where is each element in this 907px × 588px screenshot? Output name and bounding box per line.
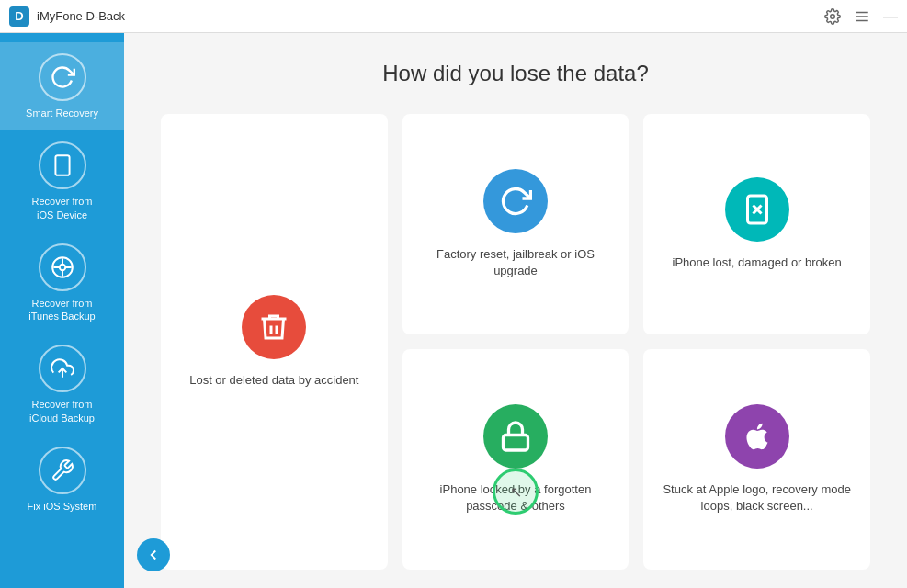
page-title: How did you lose the data? [161,61,870,86]
cursor-indicator: ↖ [493,469,539,514]
minimize-icon[interactable]: — [883,8,898,25]
card-iphone-lost[interactable]: iPhone lost, damaged or broken [643,114,870,334]
card-label-factory-reset: Factory reset, jailbreak or iOS upgrade [419,246,613,279]
card-label-iphone-lost: iPhone lost, damaged or broken [673,254,842,271]
sidebar-item-recover-ios[interactable]: Recover fromiOS Device [0,130,124,232]
main-layout: Smart Recovery Recover fromiOS Device [0,33,907,588]
title-bar-controls: — [824,8,898,25]
phone-broken-icon [725,177,789,242]
back-button[interactable] [137,538,170,571]
fix-ios-icon [39,447,86,494]
trash-icon [242,295,306,359]
app-logo: D [9,6,29,27]
svg-rect-12 [503,435,527,450]
refresh-icon [483,169,548,233]
title-bar: D iMyFone D-Back — [0,0,907,33]
card-iphone-locked[interactable]: iPhone locked by a forgotten passcode & … [402,349,629,570]
sidebar-item-fix-ios[interactable]: Fix iOS System [0,435,124,524]
card-label-stuck-apple: Stuck at Apple logo, recovery mode loops… [660,481,854,514]
lock-icon [483,404,548,469]
card-label-lost-deleted: Lost or deleted data by accident [189,372,358,389]
sidebar-item-recover-itunes[interactable]: Recover fromiTunes Backup [0,232,124,334]
recover-icloud-icon [39,345,86,392]
apple-logo-icon [725,404,789,469]
svg-point-0 [831,14,835,18]
sidebar-label-recover-icloud: Recover fromiCloud Backup [29,398,95,424]
sidebar-label-fix-ios: Fix iOS System [28,500,97,513]
card-lost-deleted[interactable]: Lost or deleted data by accident [161,114,388,570]
sidebar-item-recover-icloud[interactable]: Recover fromiCloud Backup [0,334,124,435]
sidebar-label-recover-itunes: Recover fromiTunes Backup [28,297,95,323]
svg-point-7 [59,265,65,271]
sidebar-item-smart-recovery[interactable]: Smart Recovery [0,42,124,130]
card-factory-reset[interactable]: Factory reset, jailbreak or iOS upgrade [402,114,629,334]
sidebar-label-recover-ios: Recover fromiOS Device [31,195,92,221]
card-stuck-apple[interactable]: Stuck at Apple logo, recovery mode loops… [643,349,870,570]
cursor-arrow: ↖ [510,483,522,501]
sidebar: Smart Recovery Recover fromiOS Device [0,33,124,588]
menu-icon[interactable] [854,8,870,25]
recover-itunes-icon [39,243,86,291]
sidebar-label-smart-recovery: Smart Recovery [26,107,98,119]
settings-icon[interactable] [824,8,841,25]
svg-rect-4 [55,155,69,175]
app-name: iMyFone D-Back [37,9,824,23]
content-area: How did you lose the data? Lost or delet… [124,33,907,588]
smart-recovery-icon [39,53,86,101]
recover-ios-icon [39,141,86,189]
